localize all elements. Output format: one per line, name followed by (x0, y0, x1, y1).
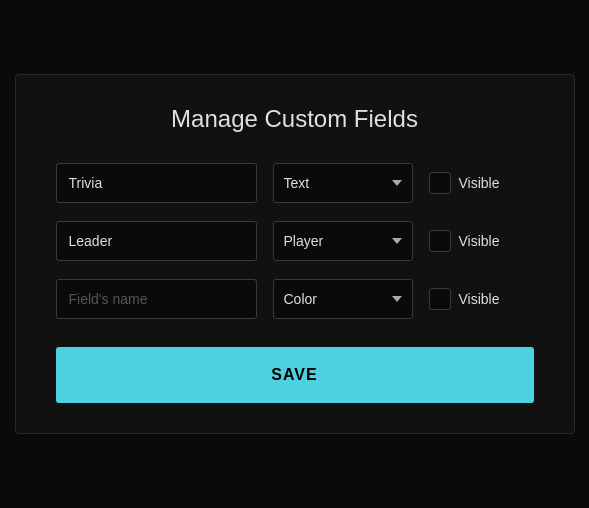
visible-checkbox-3[interactable] (429, 288, 451, 310)
field-row: Text Player Color Number Date Visible (56, 279, 534, 319)
save-button[interactable]: SAVE (56, 347, 534, 403)
manage-custom-fields-panel: Manage Custom Fields Text Player Color N… (15, 74, 575, 434)
visible-text-2: Visible (459, 233, 500, 249)
field-type-select-3[interactable]: Text Player Color Number Date (273, 279, 413, 319)
field-type-select-2[interactable]: Text Player Color Number Date (273, 221, 413, 261)
field-row: Text Player Color Number Date Visible (56, 163, 534, 203)
fields-area: Text Player Color Number Date Visible Te… (56, 163, 534, 319)
visible-label-2[interactable]: Visible (429, 230, 500, 252)
visible-label-3[interactable]: Visible (429, 288, 500, 310)
visible-label-1[interactable]: Visible (429, 172, 500, 194)
field-row: Text Player Color Number Date Visible (56, 221, 534, 261)
visible-text-3: Visible (459, 291, 500, 307)
visible-checkbox-2[interactable] (429, 230, 451, 252)
field-name-input-2[interactable] (56, 221, 257, 261)
field-type-select-1[interactable]: Text Player Color Number Date (273, 163, 413, 203)
field-name-input-3[interactable] (56, 279, 257, 319)
visible-text-1: Visible (459, 175, 500, 191)
page-title: Manage Custom Fields (56, 105, 534, 133)
visible-checkbox-1[interactable] (429, 172, 451, 194)
field-name-input-1[interactable] (56, 163, 257, 203)
